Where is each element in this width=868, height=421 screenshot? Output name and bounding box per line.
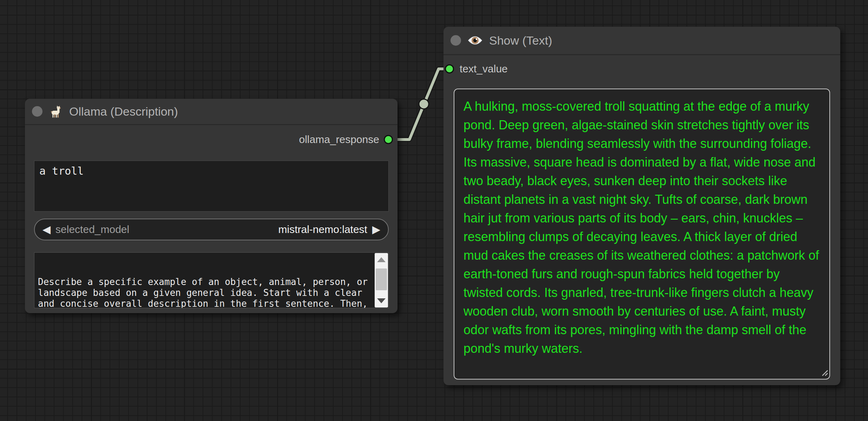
node-title: Ollama (Description) xyxy=(69,105,178,118)
generated-description-text: A hulking, moss-covered troll squatting … xyxy=(463,97,820,358)
prompt-text-field[interactable]: Describe a specific example of an object… xyxy=(34,252,389,308)
output-slot-dot[interactable] xyxy=(384,135,393,144)
resize-grip-icon[interactable] xyxy=(820,368,828,377)
selected-model-widget[interactable]: ◀ selected_model mistral-nemo:latest ▶ xyxy=(34,219,389,240)
model-widget-value: mistral-nemo:latest xyxy=(278,224,367,235)
node-show-text[interactable]: Show (Text) text_value A hulking, moss-c… xyxy=(443,27,840,385)
node-graph-canvas[interactable]: Ollama (Description) ollama_response a t… xyxy=(0,0,868,421)
output-slot-label: ollama_response xyxy=(299,134,379,145)
prev-model-arrow-icon[interactable]: ◀ xyxy=(42,224,51,235)
input-slot-dot[interactable] xyxy=(445,64,454,73)
model-widget-label: selected_model xyxy=(55,224,129,235)
collapse-dot[interactable] xyxy=(451,35,461,46)
collapse-dot[interactable] xyxy=(32,106,42,117)
node-title-bar[interactable]: Ollama (Description) xyxy=(25,99,397,125)
eye-icon xyxy=(467,35,483,46)
scroll-down-arrow-icon[interactable] xyxy=(375,294,388,307)
link-midpoint-dot xyxy=(419,99,429,109)
next-model-arrow-icon[interactable]: ▶ xyxy=(372,224,380,235)
node-ollama-description[interactable]: Ollama (Description) ollama_response a t… xyxy=(25,99,397,313)
input-slot-label: text_value xyxy=(460,63,508,75)
input-text-field[interactable]: a troll xyxy=(34,161,389,212)
llama-icon xyxy=(49,104,63,118)
prompt-scrollbar[interactable] xyxy=(375,253,388,307)
node-title-bar[interactable]: Show (Text) xyxy=(443,27,840,55)
scroll-up-arrow-icon[interactable] xyxy=(375,253,388,266)
text-display-widget[interactable]: A hulking, moss-covered troll squatting … xyxy=(454,89,830,380)
prompt-text: Describe a specific example of an object… xyxy=(38,277,371,308)
scrollbar-thumb[interactable] xyxy=(376,268,387,290)
node-title: Show (Text) xyxy=(489,34,552,47)
